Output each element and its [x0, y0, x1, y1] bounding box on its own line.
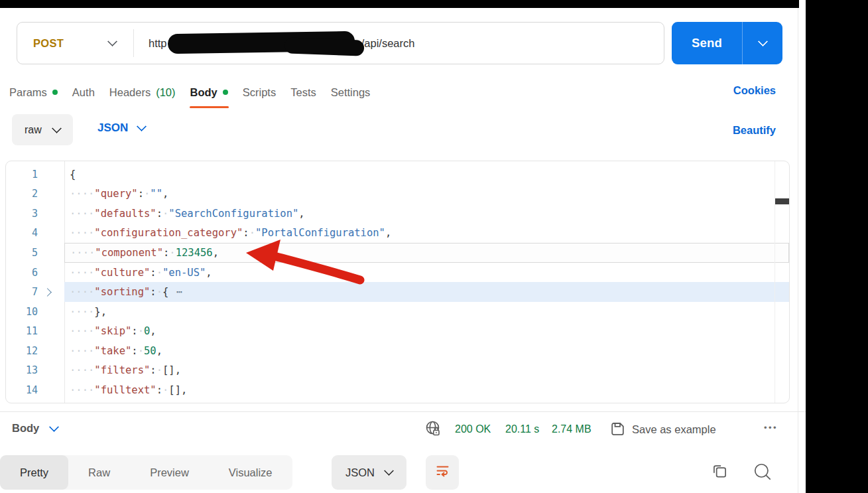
chevron-down-icon [107, 36, 118, 47]
wrap-line-icon [436, 464, 450, 480]
token-key: "fulltext" [94, 384, 156, 396]
code-line: 2····"query":·"", [6, 184, 789, 204]
code-line-text[interactable]: ····"defaults":·"SearchConfiguration", [64, 204, 789, 224]
tab-settings[interactable]: Settings [331, 86, 371, 99]
language-dropdown[interactable]: JSON [97, 121, 145, 135]
body-mode-dropdown[interactable]: raw [12, 114, 73, 145]
token-ws: · [144, 188, 150, 200]
line-number: 4 [6, 227, 38, 239]
beautify-link[interactable]: Beautify [733, 124, 776, 137]
line-number: 12 [6, 345, 38, 357]
green-status-dot [223, 90, 228, 95]
network-globe-lock-icon[interactable] [424, 419, 442, 440]
code-line-text[interactable]: ····"filters":·[], [64, 360, 789, 380]
save-floppy-icon [609, 420, 626, 439]
more-options-button[interactable]: ••• [764, 423, 778, 433]
token-punc: : [131, 325, 137, 337]
view-pretty[interactable]: Pretty [0, 455, 68, 490]
body-code-editor[interactable]: 1{2····"query":·"",3····"defaults":·"Sea… [5, 161, 790, 403]
tab-label: Auth [72, 86, 95, 99]
view-raw[interactable]: Raw [68, 455, 130, 490]
code-line: 14····"fulltext":·[], [6, 380, 789, 400]
token-ws: · [156, 267, 162, 279]
line-number: 10 [6, 306, 38, 318]
request-tabs: ParamsAuthHeaders(10)BodyScriptsTestsSet… [9, 82, 370, 103]
tab-label: Headers [109, 86, 151, 99]
view-visualize[interactable]: Visualize [209, 455, 292, 490]
code-line-text[interactable]: { [64, 165, 789, 184]
tab-auth[interactable]: Auth [72, 86, 95, 99]
url-input[interactable]: httpn/api/search [149, 33, 414, 53]
response-body-label: Body [12, 422, 39, 435]
tab-params[interactable]: Params [9, 86, 58, 99]
code-line-text[interactable]: ····"take":·50, [64, 341, 789, 361]
tab-label: Scripts [243, 86, 276, 99]
view-preview[interactable]: Preview [130, 455, 209, 490]
language-label: JSON [97, 121, 128, 135]
code-line-text[interactable]: ····}, [64, 302, 789, 322]
tab-tests[interactable]: Tests [290, 86, 316, 99]
tab-label: Tests [290, 86, 316, 99]
code-line: 6····"culture":·"en-US", [6, 263, 789, 283]
chevron-down-icon [757, 36, 768, 47]
token-punc: }, [94, 306, 107, 318]
token-ws: · [156, 364, 162, 376]
tab-body[interactable]: Body [190, 86, 228, 99]
method-label: POST [33, 37, 64, 50]
code-line-text[interactable]: ····"skip":·0, [64, 321, 789, 341]
response-size[interactable]: 2.74 MB [552, 423, 591, 435]
search-button[interactable] [753, 462, 773, 485]
line-gutter: 3 [6, 204, 64, 224]
copy-button[interactable] [710, 462, 729, 484]
cookies-link[interactable]: Cookies [733, 84, 776, 97]
send-button[interactable]: Send [672, 22, 743, 64]
token-ws: · [138, 345, 144, 357]
status-badge[interactable]: 200 OK [455, 423, 491, 435]
token-num: 0 [144, 325, 150, 337]
token-ws: ···· [70, 325, 94, 337]
token-key: "component" [95, 247, 163, 259]
line-gutter: 6 [6, 263, 64, 283]
token-ws: · [249, 227, 255, 239]
line-number: 2 [6, 188, 38, 200]
scrollbar-thumb[interactable] [775, 198, 789, 204]
code-line-text[interactable]: ····"fulltext":·[], [64, 380, 789, 400]
code-line-text[interactable]: ····"query":·"", [64, 184, 789, 204]
code-editor-lines: 1{2····"query":·"",3····"defaults":·"Sea… [6, 165, 789, 400]
method-selector[interactable]: POST [17, 37, 133, 50]
token-ws: · [138, 325, 144, 337]
tab-scripts[interactable]: Scripts [243, 86, 276, 99]
response-format-dropdown[interactable]: JSON [332, 455, 406, 490]
line-number: 11 [6, 325, 38, 337]
fold-chevron-icon[interactable] [43, 288, 52, 297]
token-ws: ···· [70, 306, 94, 318]
response-view-bar: PrettyRawPreviewVisualize JSON [0, 455, 806, 490]
token-punc: , [162, 188, 168, 200]
url-prefix: http [149, 37, 167, 50]
response-body-dropdown[interactable]: Body [12, 422, 58, 435]
green-status-dot [52, 90, 58, 95]
token-ws: · [169, 247, 175, 259]
token-punc: : [156, 208, 162, 220]
code-line-text[interactable]: ····"configuration_category":·"PortalCon… [64, 224, 789, 244]
chevron-down-icon [384, 466, 395, 476]
token-punc: { [162, 286, 168, 298]
copy-icon [717, 468, 725, 476]
tab-headers[interactable]: Headers(10) [109, 86, 176, 99]
code-line: 11····"skip":·0, [6, 321, 789, 341]
code-line-text[interactable]: ····"culture":·"en-US", [64, 263, 789, 283]
code-line-text[interactable]: ····"sorting":·{ ⋯ [64, 282, 789, 302]
response-time[interactable]: 20.11 s [505, 423, 539, 435]
line-gutter: 2 [6, 184, 64, 204]
token-punc: : [131, 345, 137, 357]
save-as-example-button[interactable]: Save as example [632, 423, 716, 436]
token-punc: , [385, 227, 391, 239]
right-redaction-bar [806, 0, 868, 493]
token-key: "culture" [94, 267, 150, 279]
wrap-line-button[interactable] [426, 455, 459, 490]
token-punc: { [70, 169, 76, 180]
token-str: "PortalConfiguration" [255, 227, 385, 239]
send-options-button[interactable] [743, 22, 782, 64]
code-line-text[interactable]: ····"component":·123456, [64, 243, 789, 263]
tab-label: Params [9, 86, 47, 99]
